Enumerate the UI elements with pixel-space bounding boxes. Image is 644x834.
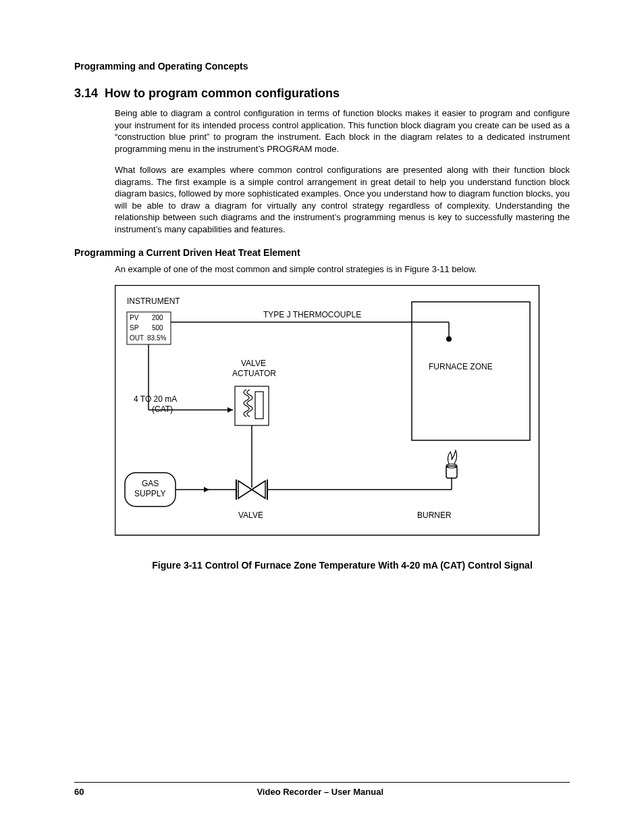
example-intro: An example of one of the most common and… (115, 263, 570, 276)
figure-wrap: INSTRUMENT PV 200 SP 500 OUT 83.5% TYPE … (115, 285, 570, 571)
section-header: Programming and Operating Concepts (74, 61, 570, 72)
svg-rect-2 (255, 392, 263, 419)
sp-value: 500 (152, 324, 163, 332)
thermocouple-label: TYPE J THERMOCOUPLE (263, 310, 361, 319)
instrument-label: INSTRUMENT (127, 296, 180, 306)
out-value: 83.5% (147, 334, 166, 342)
footer: 60 Video Recorder – User Manual (74, 782, 570, 797)
actuator-label-2: ACTUATOR (232, 369, 276, 378)
valve-actuator-icon (235, 386, 269, 488)
burner-label: BURNER (417, 511, 452, 520)
valve-label: VALVE (238, 511, 263, 520)
thermocouple-junction-icon (446, 336, 452, 342)
page: Programming and Operating Concepts 3.14 … (0, 0, 644, 834)
signal-label-1: 4 TO 20 mA (134, 394, 177, 404)
sp-label: SP (130, 324, 139, 332)
gas-arrow-icon (204, 487, 209, 492)
footer-rule (74, 782, 570, 783)
pv-label: PV (130, 314, 139, 321)
signal-arrowhead-icon (227, 407, 233, 413)
page-number: 60 (74, 787, 84, 797)
instrument-display: PV 200 SP 500 OUT 83.5% (127, 312, 171, 344)
paragraph-2: What follows are examples where common c… (115, 164, 570, 235)
figure-caption: Figure 3-11 Control Of Furnace Zone Temp… (115, 560, 570, 571)
gas-label-1: GAS (142, 479, 159, 488)
diagram-svg: INSTRUMENT PV 200 SP 500 OUT 83.5% TYPE … (115, 285, 547, 552)
heading-number: 3.14 (74, 86, 98, 100)
main-heading: 3.14 How to program common configuration… (74, 86, 570, 101)
burner-icon (446, 450, 457, 478)
signal-label-2: (CAT) (152, 405, 173, 414)
subheading: Programming a Current Driven Heat Treat … (74, 247, 570, 258)
pv-value: 200 (152, 314, 163, 321)
body-text-block: Being able to diagram a control configur… (115, 107, 570, 235)
heading-title: How to program common configurations (105, 86, 340, 100)
out-label: OUT (130, 334, 144, 342)
actuator-label-1: VALVE (241, 359, 266, 368)
gas-label-2: SUPPLY (134, 489, 165, 498)
paragraph-1: Being able to diagram a control configur… (115, 107, 570, 155)
furnace-label: FURNACE ZONE (429, 362, 493, 371)
footer-title: Video Recorder – User Manual (84, 787, 556, 797)
example-intro-block: An example of one of the most common and… (115, 263, 570, 276)
